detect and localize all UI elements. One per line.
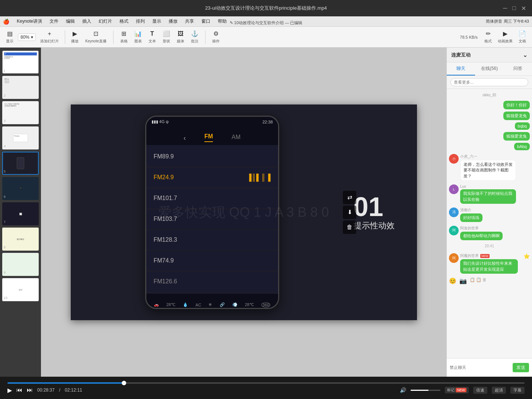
- volume-icon[interactable]: 🔊: [400, 387, 406, 393]
- radio-item-5[interactable]: FM74.9: [146, 251, 278, 271]
- phone-fm-tab[interactable]: FM: [204, 133, 213, 142]
- menu-keynote[interactable]: Keynote讲演: [15, 17, 44, 25]
- radio-item-1[interactable]: FM24.9 ▐║▌║▐: [146, 167, 278, 188]
- menu-file[interactable]: 文件: [48, 17, 60, 25]
- chat-bubble-7: 好好练练: [460, 213, 482, 222]
- menu-arrange[interactable]: 排列: [134, 17, 146, 25]
- menu-insert[interactable]: 插入: [81, 17, 93, 25]
- toolbar-add-slide-btn[interactable]: + 添加幻灯片: [38, 29, 61, 45]
- menu-share[interactable]: 共享: [184, 17, 195, 25]
- next-btn[interactable]: ⏭: [27, 387, 33, 393]
- chat-msg-row-1: 狐猫爱龙兔: [449, 112, 530, 120]
- prev-btn[interactable]: ⏮: [16, 387, 22, 393]
- zoom-control[interactable]: 80% ▾: [18, 33, 36, 41]
- tag-mark-btn[interactable]: 标记 NEW: [445, 387, 469, 393]
- slide-thumb-1[interactable]: P 10动效理论与交互软件 1: [2, 51, 39, 74]
- add-slide-label: 添加幻灯片: [40, 39, 59, 44]
- slide-thumb-4[interactable]: Preview 4: [2, 126, 39, 149]
- slide-thumb-2[interactable]: 讲什么 •动效工具•交互设计 2: [2, 76, 39, 99]
- quality-btn[interactable]: 超清: [492, 387, 506, 394]
- chat-msg-row-5: 小 小虎_六一 老师，怎么看这个动效开发要不能在画图制作？截图发？: [449, 154, 530, 181]
- radio-item-3[interactable]: FM103.7: [146, 209, 278, 230]
- phone-status-bar: ▮▮▮ 4G ψ 22:38: [146, 117, 278, 127]
- chat-bubble-2: bqbq: [515, 122, 530, 130]
- emoji-icon[interactable]: 😊: [449, 277, 456, 284]
- apple-menu[interactable]: 🍎: [3, 19, 9, 25]
- star-icon[interactable]: ⭐: [523, 253, 530, 259]
- toolbar-format-btn[interactable]: ✏ 格式: [482, 29, 494, 45]
- menu-edit[interactable]: 编辑: [64, 17, 76, 25]
- chat-tab-chat[interactable]: 聊天: [447, 62, 475, 75]
- minimize-btn[interactable]: ─: [503, 5, 507, 12]
- slide-thumb-9[interactable]: 9: [2, 253, 39, 276]
- camera-icon[interactable]: 📷: [459, 277, 467, 284]
- maximize-btn[interactable]: □: [512, 5, 516, 12]
- slide-thumb-7[interactable]: ⬜ 7: [2, 202, 39, 225]
- subtitle-btn[interactable]: 字幕: [510, 387, 525, 394]
- copy-icon2[interactable]: 📋: [476, 277, 481, 284]
- radio-item-4[interactable]: FM128.3: [146, 230, 278, 251]
- slide-num-3: 3: [4, 119, 6, 123]
- slide-thumb-5[interactable]: 5: [2, 152, 39, 175]
- send-btn[interactable]: 发送: [513, 363, 529, 372]
- toolbar-media-btn[interactable]: 🖼 媒体: [175, 29, 187, 45]
- slide-thumb-8[interactable]: 设计标注 8: [2, 228, 39, 251]
- delete-tool-btn[interactable]: 🗑: [343, 221, 356, 234]
- menu-view[interactable]: 显示: [151, 17, 163, 25]
- canvas-area: ▮▮▮ 4G ψ 22:38 ‹ FM AM FM89.9 FM24.9: [41, 48, 446, 377]
- chat-tab-qa[interactable]: 问答: [504, 62, 532, 75]
- menu-slide[interactable]: 幻灯片: [97, 17, 114, 25]
- zoom-value: 80%: [20, 35, 29, 40]
- toolbar-play-btn[interactable]: ▶ 播放: [69, 29, 81, 45]
- slide-thumb-6[interactable]: 📱 6: [2, 177, 39, 200]
- play-label: 播放: [71, 39, 79, 44]
- toolbar-chart-btn[interactable]: 📊 图表: [132, 29, 144, 45]
- chat-input-area: 禁止聊天 发送: [447, 358, 532, 377]
- phone-back-btn[interactable]: ‹: [184, 134, 186, 142]
- progress-bar[interactable]: [7, 382, 525, 384]
- chat-expand-icon[interactable]: ⌄: [523, 51, 528, 58]
- radio-item-2[interactable]: FM101.7: [146, 188, 278, 209]
- slide-thumb-10[interactable]: 总结 10: [2, 278, 39, 301]
- chat-name-6: Luv: [460, 184, 516, 189]
- phone-radio-list: FM89.9 FM24.9 ▐║▌║▐ FM101.7 FM103.7 FM12…: [146, 145, 278, 294]
- chat-msg-row-3: 狐猫爱龙兔: [449, 132, 530, 141]
- slide-num-8: 8: [4, 245, 6, 249]
- download-tool-btn[interactable]: ⬇: [343, 206, 356, 219]
- toolbar-comment-btn[interactable]: ⚓ 批注: [189, 29, 201, 45]
- toolbar-action-btn[interactable]: ⚙ 操作: [210, 29, 222, 45]
- toolbar-doc-btn[interactable]: 📄 文稿: [516, 29, 528, 45]
- freq-3: FM103.7: [154, 216, 271, 222]
- chat-search-input[interactable]: [450, 78, 528, 86]
- play-pause-btn[interactable]: ▶: [7, 387, 12, 394]
- volume-bar[interactable]: [411, 390, 440, 391]
- wind-icon: 💨: [232, 302, 238, 307]
- radio-item-0[interactable]: FM89.9: [146, 147, 278, 167]
- window-controls[interactable]: ─ □ ✕: [503, 5, 526, 12]
- copy-icon1[interactable]: 📋: [470, 277, 475, 284]
- share-tool-btn[interactable]: ⇄: [343, 191, 356, 204]
- toolbar-view-btn[interactable]: ▤ 显示: [4, 29, 16, 45]
- chat-messages: okko_郎 你好！你好 狐猫爱龙兔 bqbq 狐猫爱龙兔 bAbq 小 小虎_…: [447, 89, 532, 358]
- chat-action-icons: ⭐: [523, 253, 530, 259]
- menu-help[interactable]: 帮助: [216, 17, 228, 25]
- toolbar-table-btn[interactable]: ⊞ 表格: [118, 29, 130, 45]
- menu-play[interactable]: 播放: [167, 17, 179, 25]
- chat-tab-online[interactable]: 在线(56): [475, 62, 503, 75]
- copy-icon3[interactable]: 🗑: [482, 277, 487, 284]
- radio-item-6[interactable]: FM126.6: [146, 271, 278, 292]
- toolbar-keynote-live-btn[interactable]: ⊡ Keynote直播: [83, 29, 109, 45]
- doc-label: 文稿: [519, 39, 526, 44]
- add-slide-icon: +: [48, 30, 51, 37]
- toolbar-shape-btn[interactable]: ⬜ 形状: [160, 29, 172, 45]
- toolbar-animation-btn[interactable]: ▶ 动画效果: [496, 29, 515, 45]
- menu-format[interactable]: 格式: [118, 17, 130, 25]
- progress-dot[interactable]: [122, 381, 126, 385]
- slide-thumb-3[interactable]: 什么了解这个功能开发是否能在画图制作 3: [2, 101, 39, 124]
- speed-btn[interactable]: 倍速: [473, 387, 487, 394]
- menu-window[interactable]: 窗口: [200, 17, 212, 25]
- close-btn[interactable]: ✕: [521, 5, 526, 12]
- toolbar-text-btn[interactable]: T 文本: [146, 29, 158, 45]
- stop-chat-btn[interactable]: 禁止聊天: [450, 365, 466, 370]
- phone-am-tab[interactable]: AM: [232, 134, 240, 142]
